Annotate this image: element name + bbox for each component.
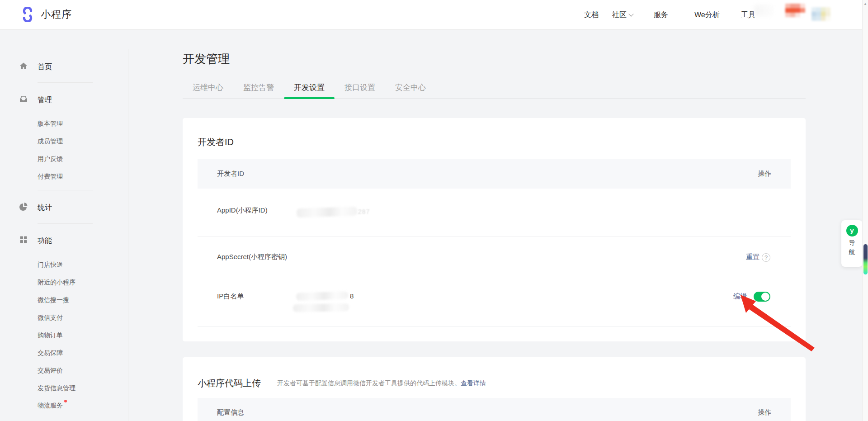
- sidebar-subitem-wechat-search[interactable]: 微信搜一搜: [38, 295, 69, 304]
- sidebar-subitem-user-feedback[interactable]: 用户反馈: [38, 154, 63, 163]
- table-header-action-label: 操作: [758, 170, 771, 178]
- sidebar-subitem-nearby-mini-programs[interactable]: 附近的小程序: [38, 278, 75, 287]
- sidebar-subitem-version-management[interactable]: 版本管理: [38, 119, 63, 128]
- scrollbar-thumb[interactable]: [863, 244, 868, 274]
- grid-icon: [19, 235, 28, 246]
- sidebar-subitem-shipping-info-management[interactable]: 发货信息管理: [38, 383, 75, 393]
- scrollbar-up-arrow[interactable]: ▲: [863, 2, 868, 6]
- sidebar-item-features[interactable]: 功能: [19, 235, 52, 246]
- row-divider: [198, 326, 791, 327]
- sidebar-subitem-payment-management[interactable]: 付费管理: [38, 172, 63, 181]
- row-divider: [198, 282, 791, 282]
- view-details-link[interactable]: 查看详情: [461, 379, 486, 387]
- avatar-redacted-1[interactable]: [785, 4, 805, 17]
- nav-item-services[interactable]: 服务: [654, 0, 668, 30]
- nav-widget-label-1: 导: [841, 238, 863, 247]
- pie-chart-icon: [19, 202, 28, 213]
- top-header: 小程序 文档 社区 服务 We分析 工具: [0, 0, 868, 30]
- code-upload-description: 开发者可基于配置信息调用微信开发者工具提供的代码上传模块。查看详情: [277, 379, 486, 388]
- tab-ops-center[interactable]: 运维中心: [183, 77, 233, 99]
- ip-value-hint: 8: [350, 292, 354, 300]
- code-upload-section-title: 小程序代码上传: [198, 377, 261, 389]
- ip-value-redacted-line2: [293, 303, 349, 312]
- nav-item-we-analytics[interactable]: We分析: [694, 0, 720, 30]
- logo[interactable]: 小程序: [20, 7, 72, 22]
- tray-icon: [19, 95, 28, 105]
- sidebar-item-statistics[interactable]: 统计: [19, 202, 52, 213]
- table-header-label: 配置信息: [217, 408, 244, 417]
- developer-id-card: 开发者ID 开发者ID 操作 AppID(小程序ID) 287 AppSecre…: [183, 118, 806, 341]
- home-icon: [19, 61, 28, 72]
- developer-id-table-header: 开发者ID 操作: [198, 159, 791, 189]
- chevron-down-icon: [628, 11, 633, 16]
- logo-text: 小程序: [41, 8, 72, 21]
- reset-link[interactable]: 重置: [746, 253, 760, 261]
- tab-active-underline: [284, 97, 335, 99]
- sidebar-item-management[interactable]: 管理: [19, 95, 52, 105]
- tab-monitoring-alerts[interactable]: 监控告警: [233, 77, 284, 99]
- sidebar-section-divider: [38, 190, 93, 190]
- help-icon[interactable]: ?: [762, 253, 770, 262]
- tab-security-center[interactable]: 安全中心: [385, 77, 436, 99]
- sidebar-subitem-logistics-services[interactable]: 物流服务: [38, 401, 67, 410]
- avatar-redacted-2[interactable]: [811, 7, 830, 21]
- nav-item-community[interactable]: 社区: [612, 0, 633, 30]
- config-table-header: 配置信息 操作: [198, 398, 791, 421]
- sidebar-subitem-store-delivery[interactable]: 门店快送: [38, 260, 63, 269]
- nav-item-docs[interactable]: 文档: [584, 0, 599, 30]
- developer-id-section-title: 开发者ID: [198, 136, 234, 148]
- nav-widget-label-2: 航: [841, 247, 863, 256]
- edit-link[interactable]: 编辑: [733, 292, 747, 301]
- page-title: 开发管理: [183, 51, 230, 67]
- code-upload-card: 小程序代码上传 开发者可基于配置信息调用微信开发者工具提供的代码上传模块。查看详…: [183, 357, 806, 421]
- toggle-knob: [761, 293, 769, 301]
- new-badge-dot: [64, 400, 67, 402]
- sidebar-subitem-shopping-orders[interactable]: 购物订单: [38, 331, 63, 340]
- ip-whitelist-toggle[interactable]: [754, 292, 770, 302]
- sidebar-section-divider: [38, 223, 93, 224]
- tab-bar: 运维中心 监控告警 开发设置 接口设置 安全中心: [183, 77, 806, 99]
- page-scrollbar[interactable]: ▲: [862, 0, 868, 421]
- appsecret-row-label: AppSecret(小程序密钥): [217, 253, 287, 261]
- row-divider: [198, 237, 791, 237]
- sidebar-subitem-transaction-guarantee[interactable]: 交易保障: [38, 348, 63, 357]
- tab-api-settings[interactable]: 接口设置: [335, 77, 385, 99]
- appid-row-label: AppID(小程序ID): [217, 206, 268, 215]
- sidebar-divider-line: [128, 49, 128, 421]
- sidebar-subitem-member-management[interactable]: 成员管理: [38, 137, 63, 146]
- floating-nav-widget[interactable]: y 导 航: [841, 220, 863, 267]
- tab-dev-settings[interactable]: 开发设置: [284, 77, 335, 99]
- mini-program-logo-icon: [20, 7, 35, 22]
- nav-item-tools[interactable]: 工具: [741, 0, 755, 30]
- appid-value-redacted: [297, 207, 358, 218]
- table-header-label: 开发者ID: [217, 170, 244, 178]
- sidebar-subitem-wechat-pay[interactable]: 微信支付: [38, 313, 63, 322]
- appid-value-hint: 287: [358, 208, 370, 215]
- ip-value-redacted-line1: [296, 291, 349, 301]
- app-root: 小程序 文档 社区 服务 We分析 工具 首页 管理 版本管理 成员管理 用户反…: [0, 0, 868, 421]
- nav-widget-icon: y: [846, 225, 858, 237]
- redacted-smudge: [754, 5, 773, 16]
- sidebar-subitem-transaction-reviews[interactable]: 交易评价: [38, 366, 63, 375]
- table-header-action-label: 操作: [758, 408, 771, 417]
- ip-whitelist-row-label: IP白名单: [217, 292, 244, 301]
- sidebar-section-divider: [38, 82, 93, 83]
- sidebar-item-home[interactable]: 首页: [19, 61, 52, 72]
